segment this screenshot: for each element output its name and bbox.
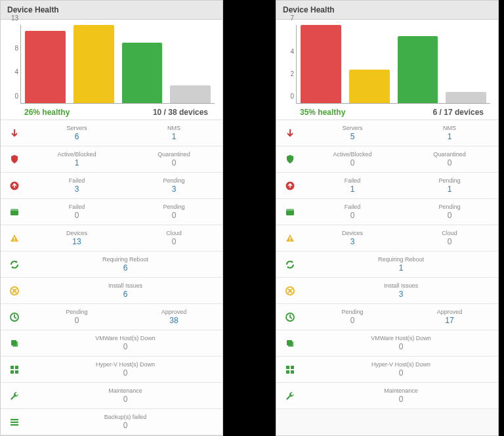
status-cell[interactable]: Pending0 xyxy=(125,202,222,221)
cell-label: NMS xyxy=(404,125,495,131)
status-cell[interactable]: Failed1 xyxy=(304,176,401,195)
status-cell[interactable]: NMS1 xyxy=(401,123,498,142)
cell-label: Approved xyxy=(404,309,495,315)
cell-label: Servers xyxy=(31,125,123,131)
cell-label: Hyper-V Host(s) Down xyxy=(31,361,220,368)
cell-label: Devices xyxy=(306,230,398,236)
status-row[interactable]: Pending0Approved38 xyxy=(1,304,222,330)
status-cell[interactable]: Devices3 xyxy=(304,229,401,248)
status-cell[interactable]: Devices13 xyxy=(28,229,125,248)
cell-label: Failed xyxy=(31,204,123,210)
status-cell[interactable]: VMWare Host(s) Down0 xyxy=(304,334,498,353)
window-icon xyxy=(276,207,304,217)
cell-value: 1 xyxy=(306,185,398,194)
stack-icon xyxy=(1,338,28,349)
bar-chart[interactable]: 04813 xyxy=(20,25,215,104)
status-row[interactable]: Install Issues3 xyxy=(276,278,498,304)
status-cell[interactable]: Failed3 xyxy=(28,176,125,195)
status-cell[interactable]: Failed0 xyxy=(28,202,125,221)
cell-value: 0 xyxy=(31,395,220,404)
status-row[interactable]: Active/Blocked0Quarantined0 xyxy=(276,146,498,173)
status-row[interactable]: Servers6NMS1 xyxy=(1,120,222,146)
status-row[interactable]: Install Issues6 xyxy=(1,278,222,304)
status-cell[interactable]: Failed0 xyxy=(304,202,401,221)
status-cell[interactable]: Active/Blocked1 xyxy=(28,150,125,169)
y-axis-tick: 13 xyxy=(9,14,18,22)
cells: Devices3Cloud0 xyxy=(304,229,498,248)
chart-bar[interactable] xyxy=(301,25,341,103)
status-cell[interactable]: Pending0 xyxy=(28,307,125,326)
status-cell[interactable]: Pending0 xyxy=(304,307,401,326)
status-cell[interactable]: Maintenance0 xyxy=(304,386,498,405)
cell-label: Requiring Reboot xyxy=(31,256,220,263)
chart-bar[interactable] xyxy=(170,85,211,103)
status-cell[interactable]: Approved38 xyxy=(125,307,222,326)
cell-label: Hyper-V Host(s) Down xyxy=(306,361,495,368)
status-cell[interactable]: Requiring Reboot6 xyxy=(28,255,222,274)
cells: Requiring Reboot6 xyxy=(28,255,222,274)
chart-bar[interactable] xyxy=(122,43,163,103)
status-row[interactable]: Pending0Approved17 xyxy=(276,304,498,330)
status-row[interactable]: Hyper-V Host(s) Down0 xyxy=(1,357,222,383)
status-cell[interactable]: Requiring Reboot1 xyxy=(304,255,498,274)
status-cell[interactable]: NMS1 xyxy=(125,123,222,142)
status-row[interactable]: Failed1Pending1 xyxy=(276,173,498,199)
status-cell[interactable]: Approved17 xyxy=(401,307,498,326)
status-cell[interactable]: Install Issues6 xyxy=(28,281,222,300)
status-row[interactable]: VMWare Host(s) Down0 xyxy=(276,330,498,357)
status-cell[interactable]: Pending3 xyxy=(125,176,222,195)
device-health-panel-2: Device Health 0247 35% healthy 6 / 17 de… xyxy=(276,0,499,436)
status-cell[interactable]: Pending0 xyxy=(401,202,498,221)
cell-label: Failed xyxy=(31,177,123,184)
cell-label: Install Issues xyxy=(306,282,495,289)
status-row[interactable]: Requiring Reboot6 xyxy=(1,251,222,278)
chart-bar[interactable] xyxy=(446,92,486,103)
chart-summary: 35% healthy 6 / 17 devices xyxy=(284,104,490,117)
status-row[interactable]: Maintenance0 xyxy=(276,383,498,409)
status-row[interactable]: Failed0Pending0 xyxy=(1,199,222,225)
cells: Hyper-V Host(s) Down0 xyxy=(28,360,222,379)
status-row[interactable]: Requiring Reboot1 xyxy=(276,251,498,278)
status-cell[interactable]: Servers6 xyxy=(28,123,125,142)
status-row[interactable]: Failed3Pending3 xyxy=(1,173,222,199)
status-row[interactable]: Failed0Pending0 xyxy=(276,199,498,225)
status-row[interactable]: Hyper-V Host(s) Down0 xyxy=(276,357,498,383)
status-cell[interactable]: Maintenance0 xyxy=(28,386,222,405)
bar-chart[interactable]: 0247 xyxy=(296,25,490,104)
cells: Active/Blocked0Quarantined0 xyxy=(304,150,498,169)
status-cell[interactable]: Cloud0 xyxy=(401,229,498,248)
svg-rect-28 xyxy=(291,370,294,374)
cell-label: Approved xyxy=(128,309,220,315)
arrow-down-icon xyxy=(1,128,28,139)
status-row[interactable]: Maintenance0 xyxy=(1,383,222,409)
cell-label: Maintenance xyxy=(31,387,220,394)
status-cell[interactable]: VMWare Host(s) Down0 xyxy=(28,334,222,353)
status-cell[interactable]: Hyper-V Host(s) Down0 xyxy=(304,360,498,379)
chart-bar[interactable] xyxy=(25,31,66,103)
status-row[interactable]: Devices13Cloud0 xyxy=(1,225,222,251)
cell-value: 0 xyxy=(306,158,398,167)
status-cell[interactable]: Quarantined0 xyxy=(125,150,222,169)
status-row[interactable]: Servers5NMS1 xyxy=(276,120,498,146)
chart-bar[interactable] xyxy=(74,25,114,103)
cell-label: Servers xyxy=(306,125,398,131)
cells: Requiring Reboot1 xyxy=(304,255,498,274)
chart-bar[interactable] xyxy=(398,36,438,103)
status-cell[interactable]: Backup(s) failed0 xyxy=(28,412,222,431)
status-cell[interactable]: Servers5 xyxy=(304,123,401,142)
status-cell[interactable]: Quarantined0 xyxy=(401,150,498,169)
panel-title: Device Health xyxy=(276,1,498,20)
status-row[interactable]: Active/Blocked1Quarantined0 xyxy=(1,146,222,173)
status-cell[interactable]: Cloud0 xyxy=(125,229,222,248)
healthy-pct: 26% healthy xyxy=(24,108,70,117)
status-cell[interactable]: Install Issues3 xyxy=(304,281,498,300)
cell-value: 1 xyxy=(404,132,495,141)
status-row[interactable]: VMWare Host(s) Down0 xyxy=(1,330,222,357)
cell-label: Quarantined xyxy=(128,151,220,158)
chart-bar[interactable] xyxy=(349,70,390,103)
status-row[interactable]: Backup(s) failed0 xyxy=(1,409,222,435)
status-cell[interactable]: Pending1 xyxy=(401,176,498,195)
status-cell[interactable]: Active/Blocked0 xyxy=(304,150,401,169)
status-row[interactable]: Devices3Cloud0 xyxy=(276,225,498,251)
status-cell[interactable]: Hyper-V Host(s) Down0 xyxy=(28,360,222,379)
